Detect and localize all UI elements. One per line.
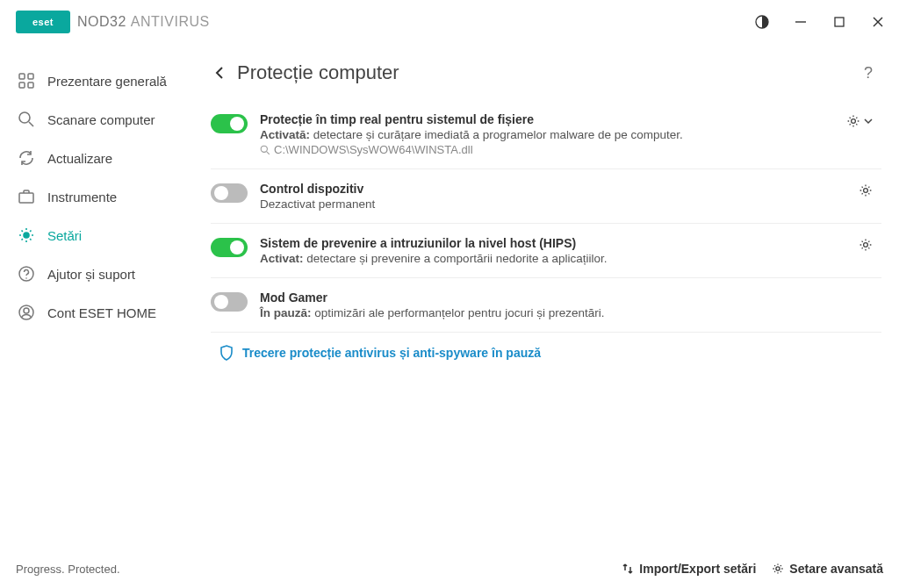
import-export-link[interactable]: Import/Export setări	[622, 562, 756, 576]
product-primary: NOD32	[77, 14, 126, 29]
sidebar-item-label: Prezentare generală	[47, 74, 167, 89]
titlebar: eset NOD32 ANTIVIRUS	[0, 0, 899, 44]
setting-title: Sistem de prevenire a intruziunilor la n…	[260, 236, 850, 250]
chevron-down-icon	[864, 117, 873, 125]
sidebar-item-help[interactable]: Ajutor și suport	[0, 255, 211, 293]
row-settings-button[interactable]	[859, 183, 873, 197]
svg-point-22	[776, 567, 780, 570]
sidebar-item-update[interactable]: Actualizare	[0, 139, 211, 177]
setting-row-realtime: Protecție în timp real pentru sistemul d…	[211, 100, 881, 169]
gear-icon	[772, 563, 784, 575]
window-controls	[752, 11, 888, 32]
svg-rect-11	[19, 193, 33, 203]
import-export-icon	[622, 563, 634, 575]
advanced-settings-link[interactable]: Setare avansată	[772, 562, 883, 576]
sidebar-item-label: Cont ESET HOME	[47, 305, 156, 320]
sidebar-item-label: Scanare computer	[47, 112, 155, 127]
pause-link-label: Trecere protecție antivirus și anti-spyw…	[242, 346, 541, 360]
setting-title: Control dispozitiv	[260, 182, 850, 196]
advanced-settings-label: Setare avansată	[789, 562, 883, 576]
sidebar-item-tools[interactable]: Instrumente	[0, 177, 211, 216]
svg-line-10	[29, 122, 33, 126]
svg-rect-8	[28, 82, 33, 88]
gear-icon	[859, 183, 873, 197]
footer: Progress. Protected. Import/Export setăr…	[0, 549, 899, 588]
sidebar-item-settings[interactable]: Setări	[0, 216, 211, 255]
setting-title: Mod Gamer	[260, 290, 873, 305]
toggle-realtime[interactable]	[211, 114, 248, 133]
search-icon	[18, 111, 35, 128]
svg-rect-2	[835, 18, 844, 26]
svg-point-19	[852, 119, 856, 124]
footer-tagline: Progress. Protected.	[16, 563, 120, 576]
svg-point-16	[24, 308, 29, 313]
product-secondary: ANTIVIRUS	[131, 14, 210, 29]
main: Prezentare generală Scanare computer Act…	[0, 44, 899, 549]
page-header: Protecție computer ?	[211, 54, 881, 100]
svg-rect-7	[19, 82, 25, 88]
pause-protection-link[interactable]: Trecere protecție antivirus și anti-spyw…	[211, 333, 881, 361]
scan-path: C:\WINDOWS\SysWOW64\WINSTA.dll	[260, 143, 838, 156]
sidebar-item-overview[interactable]: Prezentare generală	[0, 61, 211, 100]
sidebar-item-label: Instrumente	[47, 190, 117, 204]
app-logo: eset NOD32 ANTIVIRUS	[16, 11, 210, 33]
gear-icon	[18, 226, 35, 244]
svg-point-21	[864, 243, 868, 247]
setting-desc: Activată: detectare și curățare imediată…	[260, 128, 838, 141]
maximize-icon[interactable]	[829, 11, 850, 32]
svg-line-18	[267, 151, 270, 154]
sidebar-item-label: Actualizare	[47, 151, 112, 166]
briefcase-icon	[18, 188, 35, 205]
svg-rect-5	[19, 74, 25, 79]
shield-icon	[219, 345, 234, 361]
row-settings-button[interactable]	[859, 238, 873, 252]
toggle-device-control[interactable]	[211, 183, 248, 203]
svg-point-17	[261, 146, 267, 152]
gear-icon	[846, 114, 860, 128]
sidebar: Prezentare generală Scanare computer Act…	[0, 44, 211, 549]
svg-point-12	[24, 233, 29, 238]
minimize-icon[interactable]	[790, 11, 811, 32]
setting-title: Protecție în timp real pentru sistemul d…	[260, 112, 838, 126]
setting-desc: Activat: detectare și prevenire a compor…	[260, 252, 850, 265]
toggle-hips[interactable]	[211, 238, 248, 257]
page-title: Protecție computer	[237, 61, 399, 84]
svg-point-9	[19, 112, 30, 123]
setting-desc: În pauză: optimizări ale performanțelor …	[260, 306, 873, 319]
contrast-icon[interactable]	[752, 11, 773, 32]
setting-row-gamer: Mod Gamer În pauză: optimizări ale perfo…	[211, 278, 881, 333]
row-settings-dropdown[interactable]	[846, 114, 873, 128]
setting-row-device-control: Control dispozitiv Dezactivat permanent	[211, 169, 881, 224]
svg-point-14	[25, 277, 27, 279]
dashboard-icon	[18, 72, 35, 90]
setting-desc: Dezactivat permanent	[260, 197, 850, 211]
content: Protecție computer ? Protecție în timp r…	[211, 44, 899, 549]
toggle-gamer[interactable]	[211, 292, 248, 312]
svg-rect-6	[28, 74, 33, 79]
sidebar-item-label: Setări	[47, 228, 82, 243]
sidebar-item-label: Ajutor și suport	[47, 267, 135, 282]
gear-icon	[859, 238, 873, 252]
refresh-icon	[18, 149, 35, 167]
product-name: NOD32 ANTIVIRUS	[77, 14, 210, 30]
svg-point-20	[864, 189, 868, 193]
sidebar-item-account[interactable]: Cont ESET HOME	[0, 293, 211, 332]
sidebar-item-scan[interactable]: Scanare computer	[0, 100, 211, 139]
close-icon[interactable]	[867, 11, 888, 32]
help-icon	[18, 265, 35, 283]
user-icon	[18, 304, 35, 321]
settings-list: Protecție în timp real pentru sistemul d…	[211, 100, 881, 549]
brand-badge: eset	[16, 11, 70, 33]
setting-row-hips: Sistem de prevenire a intruziunilor la n…	[211, 224, 881, 278]
import-export-label: Import/Export setări	[639, 562, 756, 576]
back-arrow-icon[interactable]	[211, 64, 228, 82]
context-help-icon[interactable]: ?	[864, 64, 873, 82]
